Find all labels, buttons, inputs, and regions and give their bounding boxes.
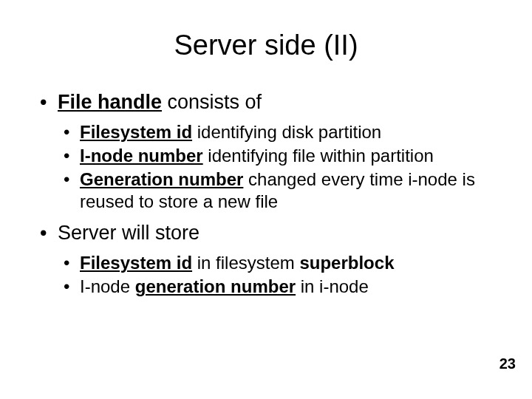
sub-bullet-term: generation number xyxy=(135,276,296,296)
slide-title: Server side (II) xyxy=(37,30,495,61)
sub-bullet-text: identifying file within partition xyxy=(203,146,434,166)
sub-bullet-item: Generation number changed every time i-n… xyxy=(58,168,495,213)
sub-bullet-term: I-node number xyxy=(80,146,203,166)
sub-bullet-item: Filesystem id in filesystem superblock xyxy=(58,252,495,274)
slide: Server side (II) File handle consists of… xyxy=(0,0,532,399)
sub-bullet-tail: superblock xyxy=(299,253,394,273)
sub-bullet-term: Generation number xyxy=(80,169,243,189)
sub-bullet-text: in i-node xyxy=(296,276,369,296)
bullet-list: File handle consists of Filesystem id id… xyxy=(37,91,495,298)
sub-bullet-item: I-node number identifying file within pa… xyxy=(58,145,495,167)
bullet-text: Server will store xyxy=(58,222,200,244)
bullet-item: Server will store Filesystem id in files… xyxy=(37,222,495,298)
sub-bullet-pre: I-node xyxy=(80,276,135,296)
sub-bullet-item: Filesystem id identifying disk partition xyxy=(58,121,495,143)
page-number: 23 xyxy=(499,355,516,372)
bullet-term: File handle xyxy=(58,91,162,113)
sub-bullet-term: Filesystem id xyxy=(80,253,192,273)
bullet-text: consists of xyxy=(162,91,262,113)
sub-bullet-text: in filesystem xyxy=(192,253,299,273)
bullet-item: File handle consists of Filesystem id id… xyxy=(37,91,495,213)
sub-bullet-item: I-node generation number in i-node xyxy=(58,276,495,298)
sub-bullet-list: Filesystem id identifying disk partition… xyxy=(58,121,495,213)
sub-bullet-text: identifying disk partition xyxy=(192,122,381,142)
sub-bullet-term: Filesystem id xyxy=(80,122,192,142)
sub-bullet-list: Filesystem id in filesystem superblock I… xyxy=(58,252,495,298)
